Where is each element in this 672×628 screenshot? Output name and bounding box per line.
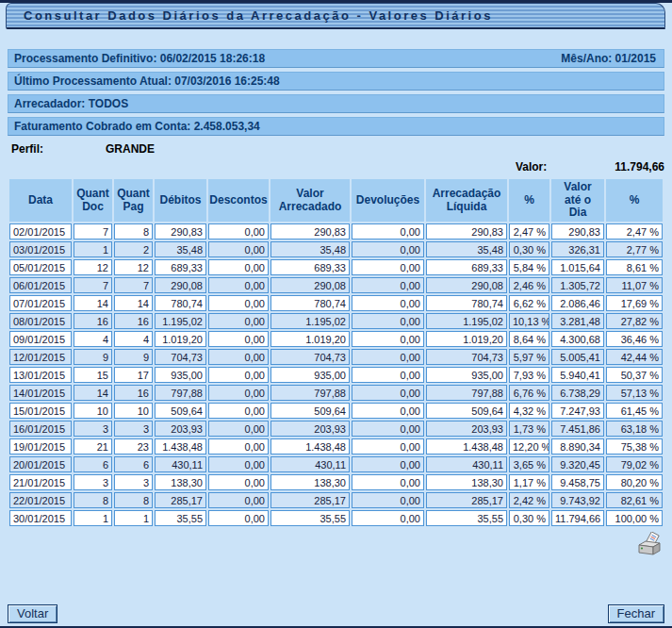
- value-cell: 0,00: [208, 438, 269, 454]
- value-cell: 689,33: [426, 259, 507, 275]
- value-cell: 79,02 %: [606, 456, 663, 472]
- valor-label: Valor:: [516, 160, 547, 174]
- value-cell: 0,00: [208, 367, 269, 383]
- value-cell: 21: [74, 438, 112, 454]
- value-cell: 5.940,41: [551, 367, 604, 383]
- value-cell: 203,93: [270, 421, 350, 437]
- value-cell: 14: [74, 295, 112, 311]
- value-cell: 1.438,48: [270, 438, 350, 454]
- value-cell: 290,83: [270, 223, 350, 240]
- value-cell: 7: [114, 277, 153, 293]
- value-cell: 35,48: [155, 241, 206, 257]
- value-cell: 36,46 %: [606, 331, 663, 347]
- table-row: 21/01/201533138,300,00138,300,00138,301,…: [9, 474, 663, 490]
- value-cell: 509,64: [426, 403, 507, 419]
- info-bar-ultimo-processamento: Último Processamento Atual: 07/03/2016 1…: [8, 72, 664, 91]
- value-cell: 138,30: [426, 474, 507, 490]
- fechar-button[interactable]: Fechar: [608, 604, 664, 623]
- value-cell: 0,30 %: [509, 241, 549, 257]
- value-cell: 780,74: [426, 295, 507, 311]
- date-cell: 22/01/2015: [9, 492, 72, 508]
- column-header: Data: [9, 179, 72, 222]
- date-cell: 09/01/2015: [9, 331, 72, 347]
- footer: Voltar Fechar: [8, 604, 664, 623]
- value-cell: 2,47 %: [606, 223, 663, 240]
- value-cell: 12: [74, 259, 112, 275]
- value-cell: 0,00: [208, 223, 269, 240]
- value-cell: 797,88: [270, 385, 350, 401]
- table-row: 06/01/201577290,080,00290,080,00290,082,…: [9, 277, 663, 293]
- date-cell: 30/01/2015: [9, 510, 72, 526]
- value-cell: 4.300,68: [551, 331, 604, 347]
- value-cell: 80,20 %: [606, 474, 663, 490]
- value-cell: 203,93: [426, 421, 507, 437]
- value-cell: 0,00: [352, 456, 424, 472]
- table-row: 02/01/201578290,830,00290,830,00290,832,…: [9, 223, 663, 240]
- value-cell: 7: [74, 277, 112, 293]
- value-cell: 0,00: [352, 223, 424, 240]
- info-bar-faturamento: Faturamento Cobrado em Conta: 2.458.053,…: [8, 117, 664, 136]
- table-row: 09/01/2015441.019,200,001.019,200,001.01…: [9, 331, 663, 347]
- title-banner: Consultar Dados Diários da Arrecadação -…: [0, 0, 672, 32]
- value-cell: 0,00: [208, 510, 269, 526]
- value-cell: 0,00: [208, 456, 269, 472]
- voltar-button[interactable]: Voltar: [8, 604, 57, 623]
- value-cell: 0,00: [208, 295, 269, 311]
- printer-row: [0, 532, 663, 558]
- value-cell: 35,48: [270, 241, 350, 257]
- value-cell: 1.438,48: [426, 438, 507, 454]
- processamento-definitivo-text: Processamento Definitivo: 06/02/2015 18:…: [14, 52, 265, 65]
- value-cell: 0,00: [208, 474, 269, 490]
- date-cell: 02/01/2015: [9, 223, 72, 240]
- printer-icon[interactable]: [636, 532, 663, 558]
- table-header: DataQuant DocQuant PagDébitosDescontosVa…: [9, 179, 663, 222]
- value-cell: 4: [74, 331, 112, 347]
- value-cell: 290,08: [426, 277, 507, 293]
- value-cell: 8.890,34: [551, 438, 604, 454]
- value-cell: 689,33: [155, 259, 206, 275]
- value-cell: 27,82 %: [606, 313, 663, 329]
- value-cell: 10,13 %: [509, 313, 549, 329]
- value-cell: 2,42 %: [509, 492, 549, 508]
- value-cell: 704,73: [426, 349, 507, 365]
- date-cell: 14/01/2015: [9, 385, 72, 401]
- value-cell: 6.738,29: [551, 385, 604, 401]
- table-row: 13/01/20151517935,000,00935,000,00935,00…: [9, 367, 663, 383]
- value-cell: 35,55: [426, 510, 507, 526]
- value-cell: 797,88: [426, 385, 507, 401]
- column-header: Valor até o Dia: [551, 179, 604, 222]
- value-cell: 1.015,64: [551, 259, 604, 275]
- value-cell: 430,11: [155, 456, 206, 472]
- column-header: %: [606, 179, 663, 222]
- value-cell: 509,64: [155, 403, 206, 419]
- value-cell: 0,00: [208, 331, 269, 347]
- value-cell: 17,69 %: [606, 295, 663, 311]
- value-cell: 8: [114, 492, 153, 508]
- table-row: 15/01/20151010509,640,00509,640,00509,64…: [9, 403, 663, 419]
- date-cell: 19/01/2015: [9, 438, 72, 454]
- info-bar-processamento-definitivo: Processamento Definitivo: 06/02/2015 18:…: [8, 49, 664, 68]
- value-cell: 1.195,02: [426, 313, 507, 329]
- value-cell: 0,00: [208, 492, 269, 508]
- value-cell: 5,97 %: [509, 349, 549, 365]
- value-cell: 57,13 %: [606, 385, 663, 401]
- value-cell: 100,00 %: [606, 510, 663, 526]
- value-cell: 0,00: [352, 385, 424, 401]
- value-cell: 3: [114, 421, 153, 437]
- table-row: 20/01/201566430,110,00430,110,00430,113,…: [9, 456, 663, 472]
- info-area: Processamento Definitivo: 06/02/2015 18:…: [8, 49, 664, 136]
- date-cell: 08/01/2015: [9, 313, 72, 329]
- value-cell: 2,46 %: [509, 277, 549, 293]
- value-cell: 0,00: [208, 241, 269, 257]
- date-cell: 07/01/2015: [9, 295, 72, 311]
- value-cell: 3.281,48: [551, 313, 604, 329]
- value-cell: 6,76 %: [509, 385, 549, 401]
- value-cell: 2,47 %: [509, 223, 549, 240]
- value-cell: 0,00: [352, 277, 424, 293]
- value-cell: 290,83: [426, 223, 507, 240]
- value-cell: 689,33: [270, 259, 350, 275]
- value-cell: 23: [114, 438, 153, 454]
- value-cell: 0,00: [352, 259, 424, 275]
- value-cell: 9.320,45: [551, 456, 604, 472]
- value-cell: 1: [74, 241, 112, 257]
